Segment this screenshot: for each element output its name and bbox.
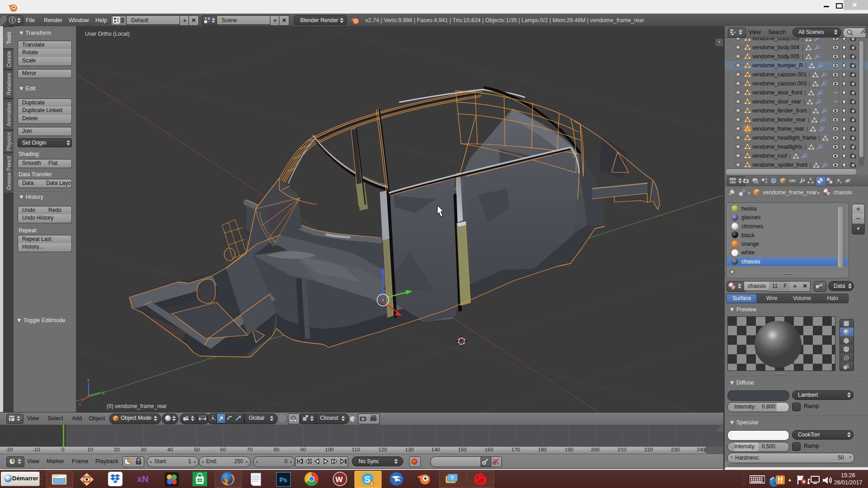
svg-text:z: z — [87, 378, 90, 383]
svg-text:?: ? — [450, 474, 454, 481]
svg-text:y: y — [102, 390, 104, 395]
svg-text:2: 2 — [371, 482, 373, 486]
svg-text:x: x — [79, 402, 81, 407]
svg-text:W: W — [335, 475, 343, 484]
svg-text:Ps: Ps — [279, 476, 287, 483]
